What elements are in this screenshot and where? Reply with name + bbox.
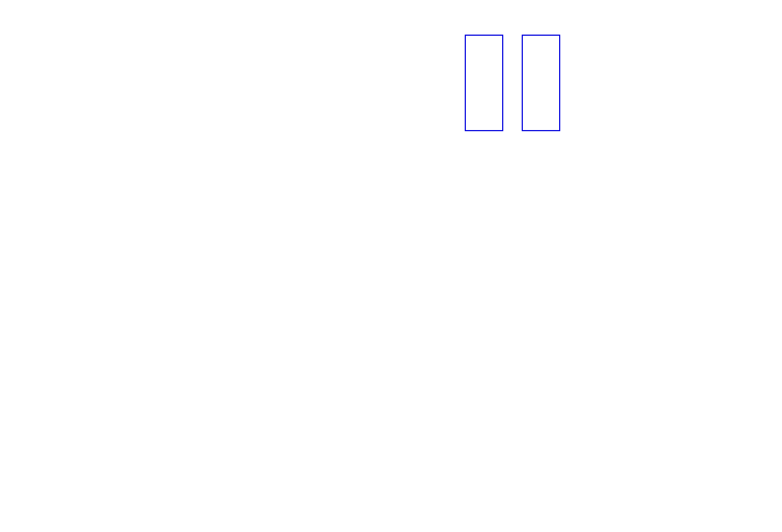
spec2d-panel: [247, 17, 444, 142]
with-sky-panel: [458, 18, 514, 137]
hsc-cutout-panel: [232, 285, 344, 403]
clean-image-panel: [515, 18, 571, 137]
header-meta: [581, 2, 592, 11]
lineflux-map-panel: [126, 285, 237, 403]
clean-image-canvas: [523, 36, 559, 130]
fiber-positions-panel: [22, 285, 134, 403]
elixer-report-page: [0, 0, 782, 532]
with-sky-image: [465, 35, 503, 131]
with-sky-canvas: [466, 36, 502, 130]
clean-image-image: [522, 35, 560, 131]
